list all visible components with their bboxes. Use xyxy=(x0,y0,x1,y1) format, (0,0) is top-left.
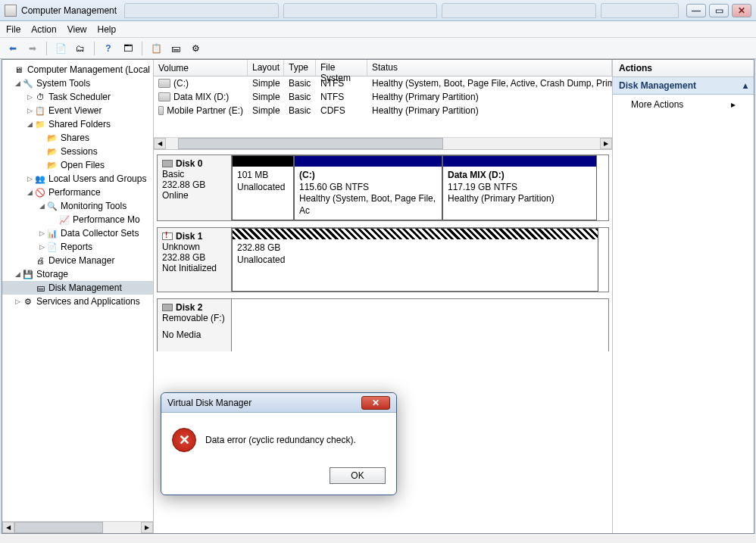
disk-icon xyxy=(162,304,173,311)
disk-partition[interactable]: 232.88 GB Unallocated xyxy=(232,228,598,292)
tree-local-users[interactable]: ▷👥Local Users and Groups xyxy=(2,172,153,186)
disk-info[interactable]: Disk 1 Unknown 232.88 GB Not Initialized xyxy=(158,228,232,292)
actions-section[interactable]: Disk Management ▴ xyxy=(613,77,754,95)
tree-device-manager[interactable]: 🖨Device Manager xyxy=(2,254,153,267)
dialog-titlebar[interactable]: Virtual Disk Manager ✕ xyxy=(161,393,396,413)
tree-event-viewer-label: Event Viewer xyxy=(48,105,102,116)
volume-type: Basic xyxy=(284,105,316,116)
window-titlebar: Computer Management — ▭ ✕ xyxy=(0,0,756,21)
window-title: Computer Management xyxy=(21,5,117,16)
back-button[interactable]: ⬅ xyxy=(5,40,21,57)
actions-pane: Actions Disk Management ▴ More Actions ▸ xyxy=(613,60,754,533)
toolbar-btn-3[interactable]: 🗔 xyxy=(120,40,136,57)
col-layout[interactable]: Layout xyxy=(248,60,284,76)
col-volume[interactable]: Volume xyxy=(154,60,248,76)
disk-partition[interactable]: 101 MB Unallocated xyxy=(232,155,294,220)
chevron-right-icon: ▸ xyxy=(731,99,736,110)
disk-block: Disk 1 Unknown 232.88 GB Not Initialized… xyxy=(157,227,609,292)
tree-performance-monitor[interactable]: 📈Performance Mo xyxy=(2,213,153,226)
menu-bar: File Action View Help xyxy=(0,21,756,38)
scroll-left-icon[interactable]: ◀ xyxy=(2,522,14,533)
error-icon: ✕ xyxy=(172,428,196,452)
toolbar-btn-2[interactable]: 🗂 xyxy=(72,40,89,57)
volume-row[interactable]: Data MIX (D:) Simple Basic NTFS Healthy … xyxy=(154,90,612,104)
scroll-left-icon[interactable]: ◀ xyxy=(154,138,166,149)
partition-size: 101 MB xyxy=(237,170,289,182)
volume-table-header: Volume Layout Type File System Status xyxy=(154,60,612,76)
toolbar-btn-5[interactable]: 🖴 xyxy=(167,40,184,57)
maximize-button[interactable]: ▭ xyxy=(709,4,729,17)
tree-disk-management[interactable]: 🖴Disk Management xyxy=(2,281,153,295)
tree-performance[interactable]: ◢🚫Performance xyxy=(2,186,153,199)
scroll-thumb[interactable] xyxy=(178,138,443,149)
tree-shares[interactable]: 📂Shares xyxy=(2,131,153,145)
tree-horizontal-scrollbar[interactable]: ◀ ▶ xyxy=(2,521,153,533)
close-button[interactable]: ✕ xyxy=(732,4,751,17)
tree-shared-folders-label: Shared Folders xyxy=(48,119,111,130)
volume-name: Mobile Partner (E:) xyxy=(167,105,243,116)
partition-status: Healthy (System, Boot, Page File, Ac xyxy=(299,193,437,217)
menu-file[interactable]: File xyxy=(6,24,20,35)
tree-system-tools[interactable]: ◢🔧System Tools xyxy=(2,76,153,90)
partition-status: Unallocated xyxy=(237,182,289,194)
dialog-close-button[interactable]: ✕ xyxy=(361,396,390,410)
tree-services[interactable]: ▷⚙Services and Applications xyxy=(2,295,153,308)
disk-info[interactable]: Disk 0 Basic 232.88 GB Online xyxy=(158,155,232,220)
volume-layout: Simple xyxy=(248,78,284,89)
minimize-button[interactable]: — xyxy=(686,4,706,17)
tree-shared-folders[interactable]: ◢📁Shared Folders xyxy=(2,117,153,131)
dialog-message: Data error (cyclic redundancy check). xyxy=(205,435,356,445)
volume-status: Healthy (Primary Partition) xyxy=(367,92,612,102)
menu-action[interactable]: Action xyxy=(31,24,56,35)
scroll-right-icon[interactable]: ▶ xyxy=(600,138,612,149)
menu-help[interactable]: Help xyxy=(98,24,117,35)
tree-event-viewer[interactable]: ▷📋Event Viewer xyxy=(2,104,153,117)
disk-size: 232.88 GB xyxy=(162,252,226,263)
tree-performance-monitor-label: Performance Mo xyxy=(73,214,140,225)
scroll-right-icon[interactable]: ▶ xyxy=(141,522,153,533)
disk-block: Disk 2 Removable (F:) No Media xyxy=(157,298,609,351)
partition-size: 115.60 GB NTFS xyxy=(299,182,437,194)
volume-row[interactable]: (C:) Simple Basic NTFS Healthy (System, … xyxy=(154,76,612,90)
tree-storage[interactable]: ◢💾Storage xyxy=(2,267,153,281)
volume-status: Healthy (Primary Partition) xyxy=(367,105,612,116)
tree-root[interactable]: 🖥Computer Management (Local xyxy=(2,63,153,76)
partition-status: Unallocated xyxy=(237,254,593,267)
volume-fs: NTFS xyxy=(316,92,367,102)
col-filesystem[interactable]: File System xyxy=(316,60,367,76)
toolbar-btn-1[interactable]: 📄 xyxy=(52,40,69,57)
scroll-thumb[interactable] xyxy=(14,522,103,533)
volume-name: (C:) xyxy=(173,78,189,89)
tree-open-files[interactable]: 📂Open Files xyxy=(2,158,153,172)
col-status[interactable]: Status xyxy=(367,60,612,76)
volume-row[interactable]: Mobile Partner (E:) Simple Basic CDFS He… xyxy=(154,104,612,117)
volume-horizontal-scrollbar[interactable]: ◀ ▶ xyxy=(154,137,612,149)
disk-partition[interactable]: (C:) 115.60 GB NTFS Healthy (System, Boo… xyxy=(294,155,442,220)
tree-sessions[interactable]: 📂Sessions xyxy=(2,145,153,158)
tree-task-scheduler[interactable]: ▷⏱Task Scheduler xyxy=(2,90,153,104)
tree-reports[interactable]: ▷📄Reports xyxy=(2,240,153,254)
tree-disk-management-label: Disk Management xyxy=(48,282,122,293)
partition-bar xyxy=(233,156,293,167)
tree-data-collector[interactable]: ▷📊Data Collector Sets xyxy=(2,226,153,240)
help-icon[interactable]: ? xyxy=(100,40,117,57)
collapse-icon: ▴ xyxy=(743,80,748,91)
actions-more-label: More Actions xyxy=(631,99,683,110)
col-type[interactable]: Type xyxy=(284,60,316,76)
disk-type: Basic xyxy=(162,169,226,179)
tree-performance-label: Performance xyxy=(48,187,101,198)
partition-status: Healthy (Primary Partition) xyxy=(448,193,592,205)
disk-partition[interactable]: Data MIX (D:) 117.19 GB NTFS Healthy (Pr… xyxy=(442,155,597,220)
actions-section-label: Disk Management xyxy=(619,80,696,91)
forward-button[interactable]: ➡ xyxy=(24,40,41,57)
app-icon xyxy=(5,5,17,17)
volume-type: Basic xyxy=(284,92,316,102)
tree-monitoring-tools[interactable]: ◢🔍Monitoring Tools xyxy=(2,199,153,213)
menu-view[interactable]: View xyxy=(67,24,87,35)
actions-more[interactable]: More Actions ▸ xyxy=(613,95,754,114)
toolbar-btn-4[interactable]: 📋 xyxy=(148,40,164,57)
disk-info[interactable]: Disk 2 Removable (F:) No Media xyxy=(158,299,232,351)
partition-bar xyxy=(295,156,442,167)
ok-button[interactable]: OK xyxy=(330,467,386,484)
toolbar-btn-6[interactable]: ⚙ xyxy=(187,40,204,57)
